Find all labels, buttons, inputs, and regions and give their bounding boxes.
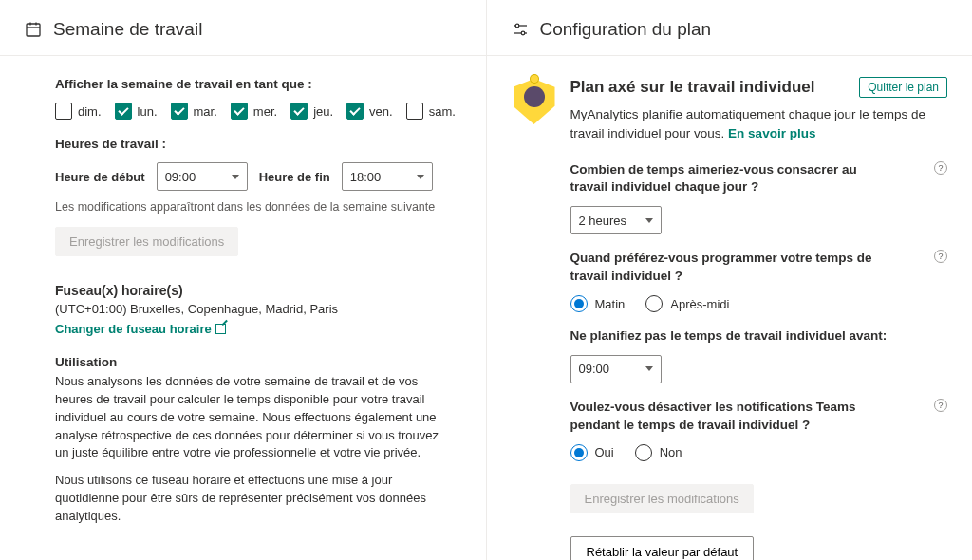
save-button: Enregistrer les modifications [570,484,754,513]
day-checkbox-ven[interactable]: ven. [346,103,393,120]
duration-question: Combien de temps aimeriez-vous consacrer… [570,161,893,197]
plan-description: MyAnalytics planifie automatiquement cha… [570,105,948,144]
plan-config-header: Configuration du plan [487,0,973,56]
radio-icon [635,444,652,461]
checkbox-icon [115,103,132,120]
day-label: jeu. [313,104,333,119]
start-time-value: 09:00 [165,170,196,184]
day-checkbox-sam[interactable]: sam. [406,103,456,120]
day-label: lun. [138,104,158,119]
mute-teams-question: Voulez-vous désactiver les notifications… [570,399,893,435]
checkbox-icon [346,103,364,120]
change-timezone-link[interactable]: Changer de fuseau horaire [55,322,226,336]
radio-no-label: Non [660,445,682,459]
days-row: dim.lun.mar.mer.jeu.ven.sam. [55,103,461,120]
usage-paragraph-2: Nous utilisons ce fuseau horaire et effe… [55,472,454,526]
day-label: sam. [429,104,456,119]
learn-more-link[interactable]: En savoir plus [728,126,815,140]
radio-afternoon-label: Après-midi [670,297,729,311]
plan-config-panel: Configuration du plan Plan axé sur le tr… [487,0,973,560]
hours-label: Heures de travail : [55,137,461,151]
radio-icon [570,295,588,312]
reset-default-button[interactable]: Rétablir la valeur par défaut [570,536,755,560]
external-link-icon [215,324,226,334]
info-icon[interactable]: ? [934,250,947,263]
radio-icon [570,444,588,461]
plan-title: Plan axé sur le travail individuel [570,78,815,97]
checkbox-icon [171,103,188,120]
day-label: ven. [369,104,393,119]
radio-morning[interactable]: Matin [570,295,626,312]
timezone-heading: Fuseau(x) horaire(s) [55,283,461,298]
start-time-label: Heure de début [55,170,145,184]
calendar-icon [25,21,42,38]
radio-yes[interactable]: Oui [570,444,614,461]
plan-config-title: Configuration du plan [540,19,712,40]
focus-plan-illustration [512,79,557,124]
day-label: mar. [194,104,217,119]
not-before-select[interactable]: 09:00 [570,355,662,383]
radio-no[interactable]: Non [635,444,682,461]
chevron-down-icon [232,175,239,179]
day-label: dim. [78,104,102,119]
save-button: Enregistrer les modifications [55,227,238,256]
timezone-value: (UTC+01:00) Bruxelles, Copenhague, Madri… [55,302,461,316]
not-before-value: 09:00 [579,362,610,376]
checkbox-icon [406,103,423,120]
info-icon[interactable]: ? [934,399,947,412]
usage-paragraph-1: Nous analysons les données de votre sema… [55,373,454,462]
checkbox-icon [55,103,72,120]
start-time-select[interactable]: 09:00 [157,162,248,191]
radio-icon [645,295,663,312]
day-checkbox-jeu[interactable]: jeu. [290,103,333,120]
radio-morning-label: Matin [595,297,626,311]
change-timezone-label: Changer de fuseau horaire [55,322,212,336]
work-week-panel: Semaine de travail Afficher la semaine d… [0,0,487,560]
day-label: mer. [253,104,277,119]
svg-point-7 [521,31,525,35]
end-time-value: 18:00 [350,170,382,184]
chevron-down-icon [417,175,424,179]
duration-value: 2 heures [579,214,627,228]
checkbox-icon [231,103,248,120]
day-checkbox-mar[interactable]: mar. [171,103,217,120]
info-icon[interactable]: ? [934,161,947,175]
usage-heading: Utilisation [55,355,461,369]
work-week-header: Semaine de travail [0,0,486,56]
hours-hint: Les modifications apparaîtront dans les … [55,200,461,214]
hours-row: Heure de début 09:00 Heure de fin 18:00 [55,162,461,191]
chevron-down-icon [645,366,653,371]
radio-yes-label: Oui [595,445,614,459]
time-pref-question: Quand préférez-vous programmer votre tem… [570,250,893,286]
chevron-down-icon [645,218,653,223]
day-checkbox-lun[interactable]: lun. [115,103,158,120]
radio-afternoon[interactable]: Après-midi [645,295,729,312]
not-before-question: Ne planifiez pas le temps de travail ind… [570,327,888,345]
day-checkbox-mer[interactable]: mer. [231,103,277,120]
end-time-select[interactable]: 18:00 [342,162,433,191]
duration-select[interactable]: 2 heures [570,206,662,234]
svg-rect-0 [27,24,40,36]
sliders-icon [512,21,529,38]
end-time-label: Heure de fin [259,170,330,184]
quit-plan-button[interactable]: Quitter le plan [859,77,947,98]
work-week-title: Semaine de travail [53,19,202,40]
svg-point-6 [515,24,519,28]
day-checkbox-dim[interactable]: dim. [55,103,102,120]
checkbox-icon [290,103,308,120]
show-as-label: Afficher la semaine de travail en tant q… [55,77,461,91]
